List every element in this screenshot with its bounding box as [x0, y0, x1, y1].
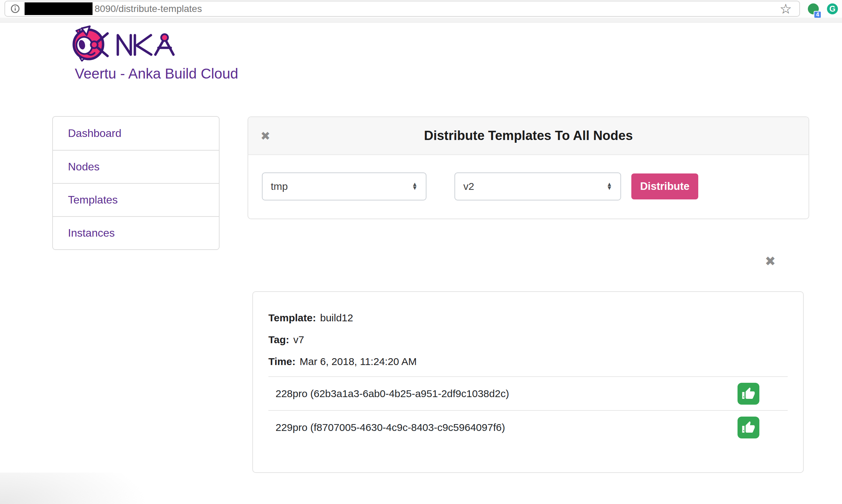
- field-value: build12: [320, 312, 353, 324]
- extension-icon[interactable]: 4: [808, 3, 819, 14]
- bookmark-star-icon[interactable]: ☆: [780, 2, 792, 16]
- sidebar-item-instances[interactable]: Instances: [53, 216, 219, 249]
- result-fields: Template: build12 Tag: v7 Time: Mar 6, 2…: [253, 292, 803, 376]
- select-spinner-icon: ▲ ▼: [606, 183, 612, 190]
- sidebar-item-nodes[interactable]: Nodes: [53, 150, 219, 183]
- template-select[interactable]: tmp ▲ ▼: [262, 172, 426, 200]
- result-field-template: Template: build12: [268, 307, 788, 329]
- node-name: 229pro (f8707005-4630-4c9c-8403-c9c59640…: [276, 422, 505, 433]
- redacted-url-host: [25, 2, 93, 15]
- distribute-panel-title: Distribute Templates To All Nodes: [424, 128, 633, 143]
- grammarly-icon[interactable]: G: [827, 3, 838, 14]
- node-row: 228pro (62b3a1a3-6ab0-4b25-a951-2df9c103…: [253, 377, 803, 410]
- sidebar-nav: Dashboard Nodes Templates Instances: [52, 116, 220, 250]
- distribute-panel-header: ✖ Distribute Templates To All Nodes: [248, 117, 809, 155]
- anka-logo: [72, 20, 178, 61]
- extension-badge: 4: [814, 11, 822, 18]
- distribution-result-card: Template: build12 Tag: v7 Time: Mar 6, 2…: [252, 291, 804, 473]
- thumbs-up-icon: [738, 417, 759, 438]
- select-spinner-icon: ▲ ▼: [412, 183, 418, 190]
- field-label: Tag:: [268, 334, 289, 346]
- browser-toolbar: 8090/distribute-templates ☆ 4 G: [0, 0, 842, 18]
- result-field-tag: Tag: v7: [268, 329, 788, 351]
- sidebar-item-templates[interactable]: Templates: [53, 183, 219, 216]
- address-bar[interactable]: 8090/distribute-templates ☆: [4, 1, 800, 17]
- page-info-icon[interactable]: [11, 4, 20, 13]
- field-value: Mar 6, 2018, 11:24:20 AM: [299, 356, 417, 367]
- tag-select[interactable]: v2 ▲ ▼: [454, 172, 621, 200]
- close-icon[interactable]: ✖: [261, 130, 270, 142]
- results-close-icon[interactable]: ✖: [765, 255, 776, 268]
- result-field-time: Time: Mar 6, 2018, 11:24:20 AM: [268, 351, 788, 373]
- sidebar-item-dashboard[interactable]: Dashboard: [53, 117, 219, 150]
- extensions-area: 4 G: [808, 0, 838, 18]
- page-title: Veertu - Anka Build Cloud: [75, 66, 238, 82]
- node-row: 229pro (f8707005-4630-4c9c-8403-c9c59640…: [253, 411, 803, 444]
- template-select-value: tmp: [271, 181, 288, 192]
- url-text[interactable]: 8090/distribute-templates: [95, 3, 780, 14]
- tag-select-value: v2: [463, 181, 474, 192]
- distribute-button[interactable]: Distribute: [631, 173, 698, 199]
- distribute-templates-panel: ✖ Distribute Templates To All Nodes tmp …: [248, 116, 809, 219]
- thumbs-up-icon: [738, 383, 759, 405]
- field-value: v7: [293, 334, 304, 346]
- field-label: Time:: [268, 356, 295, 367]
- field-label: Template:: [268, 312, 316, 324]
- distribute-panel-body: tmp ▲ ▼ v2 ▲ ▼ Distribute: [248, 155, 809, 218]
- status-bubble: [0, 473, 147, 504]
- node-name: 228pro (62b3a1a3-6ab0-4b25-a951-2df9c103…: [276, 388, 509, 400]
